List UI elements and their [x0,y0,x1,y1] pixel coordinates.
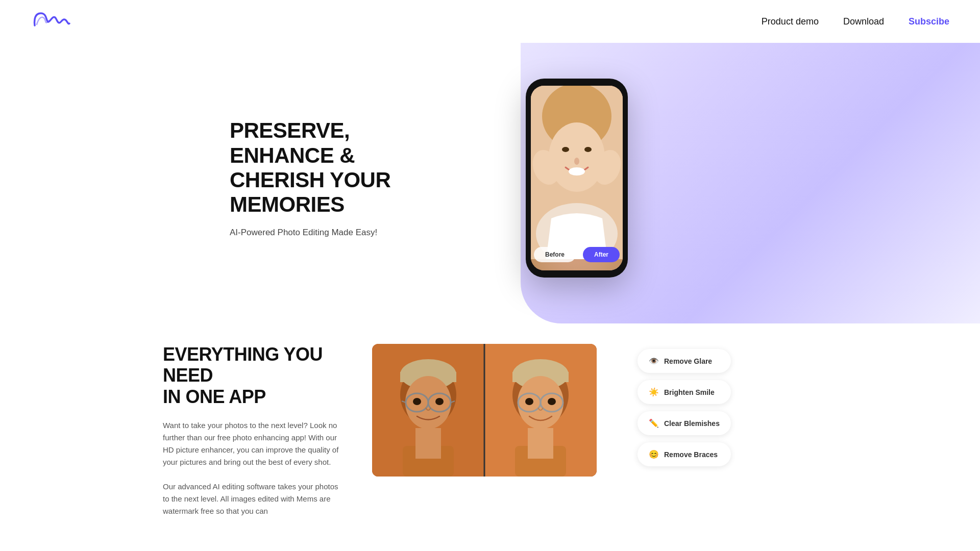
chip-remove-glare-label: Remove Glare [664,357,712,365]
features-text: EVERYTHING YOU NEED IN ONE APP Want to t… [163,344,341,517]
split-image-before [372,344,484,477]
hero-text-block: PRESERVE, ENHANCE & CHERISH YOUR MEMORIE… [230,118,444,237]
nav-subscribe[interactable]: Subscibe [909,16,949,27]
phone-screen: Before After [531,86,623,270]
svg-point-20 [413,398,421,405]
chip-brighten-smile[interactable]: ☀️ Brighten Smile [638,380,731,404]
main-nav: Product demo Download Subscibe [762,16,949,27]
svg-point-4 [584,147,592,152]
features-paragraph-2: Our advanced AI editing software takes y… [163,481,341,517]
hero-subtitle: AI-Powered Photo Editing Made Easy! [230,228,444,238]
phone-mockup: Before After [526,79,628,278]
after-button[interactable]: After [583,247,620,262]
svg-point-6 [574,158,579,165]
logo [31,9,71,34]
hero-section: PRESERVE, ENHANCE & CHERISH YOUR MEMORIE… [0,43,980,313]
features-section: EVERYTHING YOU NEED IN ONE APP Want to t… [0,313,980,548]
chip-remove-glare[interactable]: 👁️ Remove Glare [638,349,731,373]
remove-glare-icon: 👁️ [649,356,659,366]
logo-icon [31,9,71,32]
chip-remove-braces[interactable]: 😊 Remove Braces [638,442,731,466]
svg-point-2 [549,122,605,192]
svg-point-32 [548,398,556,405]
nav-product-demo[interactable]: Product demo [762,16,819,27]
features-paragraph-1: Want to take your photos to the next lev… [163,419,341,468]
phone-notch [561,79,592,84]
phone-buttons: Before After [531,247,623,262]
phone-frame: Before After [526,79,628,278]
svg-rect-34 [528,428,553,459]
split-image-after [484,344,597,477]
split-image [372,344,597,477]
clear-blemishes-icon: ✏️ [649,418,659,428]
header: Product demo Download Subscibe [0,0,980,43]
hero-headline: PRESERVE, ENHANCE & CHERISH YOUR MEMORIE… [230,118,444,217]
brighten-smile-icon: ☀️ [649,387,659,397]
phone-photo [531,86,623,270]
person-after [484,344,597,477]
remove-braces-icon: 😊 [649,449,659,459]
person-before [372,344,484,477]
svg-point-21 [435,398,444,405]
chip-clear-blemishes-label: Clear Blemishes [664,419,720,428]
nav-download[interactable]: Download [843,16,884,27]
svg-point-5 [569,167,585,176]
woman-illustration [531,86,623,259]
features-headline: EVERYTHING YOU NEED IN ONE APP [163,344,341,407]
svg-point-3 [562,147,569,152]
chip-remove-braces-label: Remove Braces [664,450,718,459]
split-divider [484,344,485,477]
chip-clear-blemishes[interactable]: ✏️ Clear Blemishes [638,411,731,435]
feature-chips: 👁️ Remove Glare ☀️ Brighten Smile ✏️ Cle… [638,349,731,466]
before-button[interactable]: Before [534,247,576,262]
svg-rect-23 [415,428,441,459]
svg-point-31 [525,398,533,405]
chip-brighten-smile-label: Brighten Smile [664,388,715,396]
